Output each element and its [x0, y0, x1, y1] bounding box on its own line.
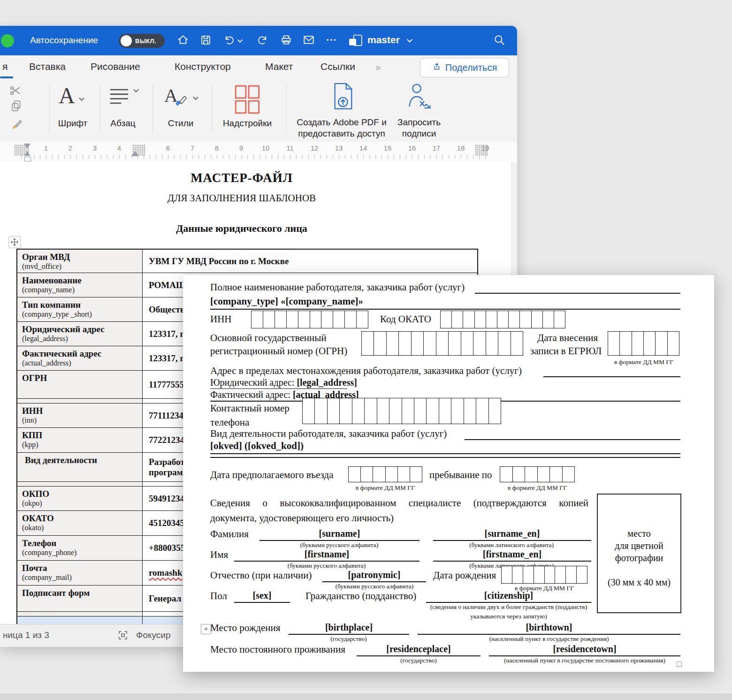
search-button[interactable] — [491, 32, 508, 49]
undo-dropdown[interactable] — [235, 32, 244, 49]
ruler-number: 8 — [215, 144, 219, 152]
create-adobe-pdf-button[interactable]: Создать Adobe PDF и предоставить доступ — [291, 81, 392, 138]
focus-mode-icon[interactable] — [117, 630, 129, 643]
title-dropdown[interactable] — [404, 32, 415, 49]
table-move-handle[interactable] — [8, 236, 21, 248]
surname-en-note: (буквами латинского алфавита) — [469, 541, 554, 549]
birthdate-boxes[interactable] — [501, 566, 587, 584]
table-plus-handle[interactable]: + — [201, 624, 211, 634]
svg-text:W: W — [351, 39, 356, 45]
address-label: Адрес в пределах местонахождения работод… — [210, 365, 522, 377]
tab-draw[interactable]: Рисование — [91, 61, 140, 72]
addins-button[interactable]: Надстройки — [218, 83, 277, 134]
addins-icon — [234, 84, 261, 116]
copy-icon[interactable] — [10, 99, 23, 114]
birthplace-label: Место рождения — [210, 622, 280, 634]
residenceplace-value[interactable]: [residenceplace] — [357, 644, 480, 656]
specialist-text-2: документа, удостоверяющего его личность) — [210, 512, 394, 524]
ruler-number: 11 — [286, 144, 294, 152]
activity-blank-line[interactable] — [465, 429, 680, 440]
firstname-value[interactable]: [firstname] — [234, 549, 419, 562]
ruler: 1234678910111213141516171819 — [0, 142, 517, 163]
sex-value[interactable]: [sex] — [234, 590, 290, 603]
ruler-number: 12 — [311, 144, 319, 152]
phone-label-1: Контактный номер — [210, 403, 290, 414]
active-tab-indicator — [0, 76, 13, 78]
table-row: Орган МВД(mvd_office) УВМ ГУ МВД России … — [17, 250, 477, 273]
paragraph-group-label: Абзац — [110, 118, 135, 129]
undo-icon — [223, 34, 235, 48]
legal-address-line[interactable]: Юридический адрес: [legal_address] — [210, 377, 347, 389]
left-indent-marker[interactable] — [24, 157, 31, 161]
toggle-knob — [121, 35, 132, 46]
birthtown-value[interactable]: [birthtown] — [418, 622, 680, 635]
printer-icon — [280, 34, 292, 48]
document-title[interactable]: master — [367, 34, 400, 46]
doc-title: МАСТЕР-ФАЙЛ — [0, 171, 483, 185]
hanging-indent-marker[interactable] — [24, 151, 30, 156]
okato-boxes[interactable] — [440, 311, 565, 328]
redo-icon — [256, 34, 268, 48]
redo-button[interactable] — [253, 32, 270, 49]
ogrn-label-1: Основной государственный — [210, 332, 327, 344]
tab-references[interactable]: Ссылки — [320, 61, 355, 72]
address-blank-line[interactable] — [543, 366, 680, 377]
ribbon: A Шрифт Абзац A Стили — [0, 79, 517, 142]
surname-en-value[interactable]: [surname_en] — [433, 528, 591, 541]
stay-date-boxes[interactable] — [500, 466, 575, 482]
tab-insert[interactable]: Вставка — [29, 61, 66, 72]
egrul-date-boxes[interactable] — [608, 331, 679, 356]
indent-marker[interactable] — [131, 151, 139, 156]
blank-line[interactable] — [210, 449, 680, 458]
more-commands-button[interactable] — [323, 32, 340, 49]
tab-layout[interactable]: Макет — [265, 61, 293, 72]
undo-button[interactable] — [220, 32, 237, 49]
surname-value[interactable]: [surname] — [259, 528, 419, 541]
word-doc-icon: W — [347, 32, 364, 49]
residencetown-note: (населенный пункт в государстве постоянн… — [504, 657, 665, 664]
print-button[interactable] — [278, 32, 295, 49]
resize-handle[interactable] — [677, 662, 682, 667]
sex-label: Пол — [210, 590, 227, 602]
citizenship-value[interactable]: [citizenship] — [426, 590, 591, 603]
first-line-indent-marker[interactable] — [24, 144, 30, 148]
font-group-button[interactable]: A Шрифт — [52, 83, 99, 134]
phone-boxes[interactable] — [302, 398, 501, 424]
inn-boxes[interactable] — [251, 311, 368, 328]
request-signatures-button[interactable]: Запросить подписи — [392, 81, 450, 138]
fullname-blank-line[interactable] — [475, 282, 680, 294]
save-button[interactable] — [197, 32, 214, 49]
entry-date-boxes[interactable] — [348, 466, 422, 482]
ogrn-boxes[interactable] — [361, 331, 523, 356]
company-value-line[interactable]: [company_type] «[company_name]» — [210, 296, 680, 310]
paragraph-group-button[interactable]: Абзац — [104, 83, 151, 134]
stay-date-format-note: в формате ДД ММ ГГ — [508, 484, 567, 492]
ruler-number: 14 — [359, 144, 367, 152]
patronymic-value[interactable]: [patronymic] — [322, 570, 426, 582]
tabs-overflow-chevrons[interactable]: ›› — [375, 62, 380, 73]
home-button[interactable] — [175, 32, 191, 49]
birthplace-note: (государство) — [330, 635, 367, 643]
tab-home-partial[interactable]: я — [2, 61, 8, 72]
styles-group-button[interactable]: A Стили — [157, 83, 206, 134]
residencetown-value[interactable]: [residencetown] — [489, 644, 680, 656]
citizenship-note-1: (сведения о наличии двух и более граждан… — [430, 603, 587, 611]
traffic-light-green[interactable] — [1, 34, 14, 47]
cut-icon[interactable] — [9, 84, 22, 99]
ruler-number: 9 — [239, 144, 243, 152]
surname-label: Фамилия — [210, 528, 249, 540]
firstname-en-value[interactable]: [firstname_en] — [433, 549, 591, 562]
focus-mode-label[interactable]: Фокусир — [136, 630, 171, 640]
screen: Автосохранение ВЫКЛ. — [0, 0, 732, 700]
chevron-down-icon — [407, 37, 412, 45]
page-count[interactable]: ница 1 из 3 — [3, 630, 49, 640]
birthplace-value[interactable]: [birthplace] — [289, 622, 409, 635]
format-painter-icon[interactable] — [10, 116, 23, 131]
autosave-toggle[interactable]: ВЫКЛ. — [119, 34, 165, 48]
mail-button[interactable] — [300, 32, 317, 49]
share-label: Поделиться — [445, 62, 497, 73]
ribbon-divider — [100, 84, 100, 133]
share-button[interactable]: Поделиться — [420, 58, 509, 77]
adobe-pdf-label-1: Создать Adobe PDF и — [297, 117, 387, 128]
tab-design[interactable]: Конструктор — [175, 61, 231, 72]
